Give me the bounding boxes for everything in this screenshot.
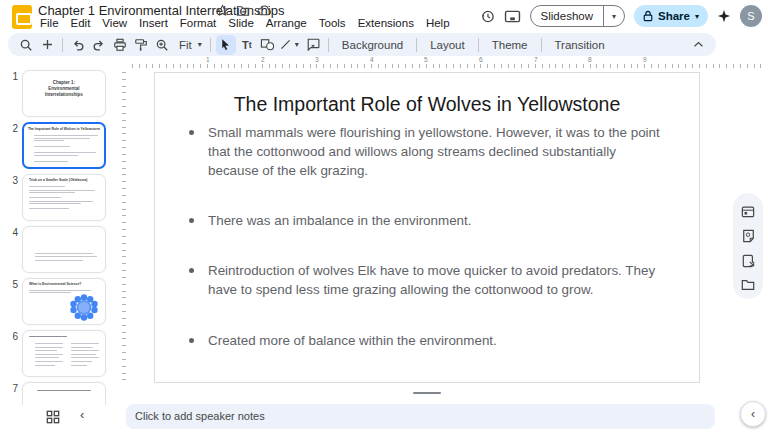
line-caret-icon: ▾: [292, 40, 302, 49]
slide-number: 7: [4, 383, 18, 394]
chevron-left-icon: ‹: [751, 407, 755, 421]
menu-arrange[interactable]: Arrange: [260, 17, 313, 29]
cloud-status-icon[interactable]: [257, 5, 272, 16]
theme-button[interactable]: Theme: [484, 39, 536, 51]
gemini-sparkle-icon[interactable]: [717, 9, 731, 23]
undo-icon: [71, 38, 85, 52]
slide-thumbnail-7[interactable]: [22, 382, 106, 405]
share-button[interactable]: Share ▾: [634, 5, 708, 27]
bullet-text: Reintroduction of wolves Elk have to mov…: [208, 261, 663, 299]
background-button[interactable]: Background: [334, 39, 411, 51]
select-tool-button[interactable]: [216, 35, 236, 55]
print-button[interactable]: [110, 35, 130, 55]
slide-bullet-item[interactable]: Small mammals were flourishing in yellow…: [189, 123, 663, 180]
zoom-fit-select[interactable]: Fit▾: [173, 35, 205, 55]
slide-canvas[interactable]: The Important Role of Wolves in Yellowst…: [154, 72, 700, 383]
search-menus-button[interactable]: [16, 35, 36, 55]
thumb-title-text: The Important Role of Wolves in Yellowst…: [24, 127, 104, 132]
slide-thumbnail-3[interactable]: Trick on a Smaller Scale (Oklahoma): [22, 174, 106, 221]
thumbnail-row: 3 Trick on a Smaller Scale (Oklahoma): [0, 174, 118, 221]
present-to-meeting-icon[interactable]: [504, 10, 521, 23]
shapes-icon: [260, 38, 275, 51]
thumb-line: [29, 208, 69, 209]
thumbnail-row: 5 What is Environmental Science?: [0, 278, 118, 325]
show-side-panel-button[interactable]: ‹: [740, 401, 766, 427]
ruler-number: 1: [206, 56, 210, 63]
menu-help[interactable]: Help: [420, 17, 456, 29]
thumb-list-column: [71, 343, 99, 368]
insert-comment-button[interactable]: [303, 35, 323, 55]
layout-button[interactable]: Layout: [422, 39, 473, 51]
transition-button[interactable]: Transition: [547, 39, 613, 51]
move-folder-icon[interactable]: [236, 5, 250, 17]
star-icon[interactable]: [216, 4, 229, 17]
slide-thumbnail-5[interactable]: What is Environmental Science?: [22, 278, 106, 325]
menu-insert[interactable]: Insert: [133, 17, 174, 29]
redo-button[interactable]: [89, 35, 109, 55]
share-caret-icon[interactable]: ▾: [695, 12, 699, 21]
undo-button[interactable]: [68, 35, 88, 55]
slide-thumbnail-4[interactable]: [22, 226, 106, 273]
account-avatar[interactable]: S: [740, 5, 762, 27]
slide-bullet-item[interactable]: Reintroduction of wolves Elk have to mov…: [189, 261, 663, 299]
text-box-icon: T: [242, 39, 249, 51]
keep-icon[interactable]: [742, 229, 755, 243]
menu-bar: File Edit View Insert Format Slide Arran…: [34, 17, 456, 29]
calendar-icon[interactable]: [741, 205, 755, 218]
hide-menus-button[interactable]: [688, 35, 708, 55]
slide-bullet-item[interactable]: There was an imbalance in the environmen…: [189, 211, 663, 230]
new-slide-button[interactable]: [37, 35, 57, 55]
zoom-button[interactable]: [152, 35, 172, 55]
menu-extensions[interactable]: Extensions: [352, 17, 420, 29]
slide-number: 3: [4, 175, 18, 186]
slide-thumbnail-6[interactable]: [22, 330, 106, 377]
slideshow-label: Slideshow: [531, 10, 603, 22]
filmstrip-panel: 1 Chapter 1: Environmental Interrelation…: [0, 56, 118, 405]
insert-line-button[interactable]: ▾: [279, 35, 302, 55]
menu-file[interactable]: File: [34, 17, 65, 29]
collapse-filmstrip-button[interactable]: ‹: [80, 407, 84, 422]
fit-caret-icon: ▾: [195, 40, 205, 49]
ruler-number: 6: [479, 56, 483, 63]
notes-resize-handle[interactable]: [413, 392, 441, 394]
thumb-line: [34, 155, 78, 156]
slide-thumbnail-2-selected[interactable]: The Important Role of Wolves in Yellowst…: [22, 122, 106, 169]
speaker-notes-bar[interactable]: Click to add speaker notes: [126, 404, 715, 429]
menu-view[interactable]: View: [96, 17, 133, 29]
thumb-line: [35, 256, 97, 257]
tasks-icon[interactable]: [742, 254, 755, 268]
search-icon: [19, 38, 33, 52]
grid-view-button[interactable]: [46, 410, 60, 424]
toolbar-divider: [541, 38, 542, 52]
thumb-line: [35, 253, 93, 254]
slide-number: 4: [4, 227, 18, 238]
plus-icon: [41, 38, 54, 51]
thumb-line: [34, 152, 96, 153]
lock-icon: [643, 10, 653, 22]
slide-bullet-item[interactable]: Created more of balance within the envir…: [189, 331, 663, 350]
menu-edit[interactable]: Edit: [65, 17, 97, 29]
toolbar-divider: [416, 38, 417, 52]
comment-icon: [306, 38, 320, 51]
slide-thumbnail-1[interactable]: Chapter 1: Environmental Interrelationsh…: [22, 70, 106, 117]
menu-slide[interactable]: Slide: [222, 17, 260, 29]
thumb-line: [34, 138, 90, 139]
thumb-line: [29, 201, 93, 202]
text-box-button[interactable]: Tt: [237, 35, 257, 55]
thumb-title-text: Trick on a Smaller Scale (Oklahoma): [29, 178, 105, 183]
version-history-icon[interactable]: [480, 9, 495, 24]
menu-tools[interactable]: Tools: [313, 17, 352, 29]
ruler-ticks: [122, 72, 126, 383]
slideshow-caret-icon[interactable]: ▾: [604, 12, 624, 21]
insert-shape-button[interactable]: [258, 35, 278, 55]
ruler-ticks: [132, 64, 766, 68]
contacts-folder-icon[interactable]: [741, 279, 755, 291]
thumb-line: [34, 140, 64, 141]
slideshow-button[interactable]: Slideshow ▾: [530, 5, 625, 27]
toolbar: Fit▾ Tt ▾ Background Layout Theme Transi…: [8, 33, 716, 56]
menu-format[interactable]: Format: [174, 17, 222, 29]
slides-logo-icon[interactable]: [12, 5, 32, 29]
chevron-up-icon: [693, 41, 704, 48]
paint-format-button[interactable]: [131, 35, 151, 55]
slide-title-textbox[interactable]: The Important Role of Wolves in Yellowst…: [155, 93, 699, 116]
